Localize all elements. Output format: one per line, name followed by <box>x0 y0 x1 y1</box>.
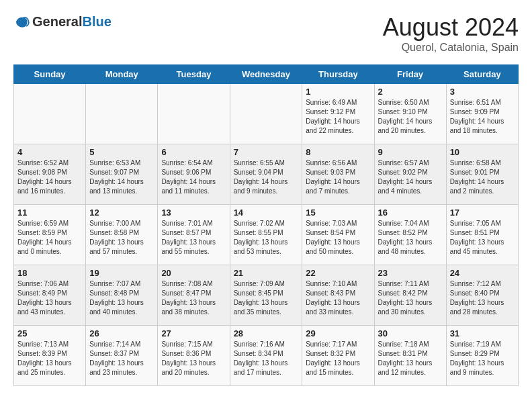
day-number: 21 <box>234 268 299 278</box>
calendar-cell: 20Sunrise: 7:08 AM Sunset: 8:47 PM Dayli… <box>158 265 230 326</box>
page-title: August 2024 <box>383 13 519 42</box>
weekday-header-tuesday: Tuesday <box>158 65 230 84</box>
day-number: 31 <box>450 328 515 338</box>
calendar-cell: 30Sunrise: 7:18 AM Sunset: 8:31 PM Dayli… <box>374 326 446 386</box>
calendar-cell: 15Sunrise: 7:03 AM Sunset: 8:54 PM Dayli… <box>302 205 374 265</box>
day-info: Sunrise: 7:07 AM Sunset: 8:48 PM Dayligh… <box>89 279 154 317</box>
weekday-header-thursday: Thursday <box>302 65 374 84</box>
day-info: Sunrise: 6:51 AM Sunset: 9:09 PM Dayligh… <box>450 98 515 136</box>
day-number: 14 <box>234 208 299 218</box>
day-number: 17 <box>450 208 515 218</box>
day-number: 5 <box>89 147 154 157</box>
day-number: 20 <box>161 268 226 278</box>
calendar-week-4: 18Sunrise: 7:06 AM Sunset: 8:49 PM Dayli… <box>14 265 519 326</box>
day-number: 23 <box>378 268 443 278</box>
calendar-week-5: 25Sunrise: 7:13 AM Sunset: 8:39 PM Dayli… <box>14 326 519 386</box>
day-number: 25 <box>17 328 82 338</box>
day-number: 13 <box>161 208 226 218</box>
day-info: Sunrise: 7:16 AM Sunset: 8:34 PM Dayligh… <box>234 340 299 377</box>
day-number: 8 <box>306 147 370 157</box>
day-info: Sunrise: 6:52 AM Sunset: 9:08 PM Dayligh… <box>17 158 82 196</box>
day-info: Sunrise: 7:13 AM Sunset: 8:39 PM Dayligh… <box>17 340 82 377</box>
calendar-cell <box>14 84 86 144</box>
day-info: Sunrise: 7:05 AM Sunset: 8:51 PM Dayligh… <box>450 219 515 257</box>
logo-text-blue: Blue <box>82 14 111 29</box>
calendar-cell: 1Sunrise: 6:49 AM Sunset: 9:12 PM Daylig… <box>302 84 374 144</box>
day-number: 29 <box>306 328 370 338</box>
day-number: 9 <box>378 147 443 157</box>
calendar-week-1: 1Sunrise: 6:49 AM Sunset: 9:12 PM Daylig… <box>14 84 519 144</box>
calendar-cell: 25Sunrise: 7:13 AM Sunset: 8:39 PM Dayli… <box>14 326 86 386</box>
logo: GeneralBlue <box>13 13 112 30</box>
day-number: 30 <box>378 328 443 338</box>
day-info: Sunrise: 6:55 AM Sunset: 9:04 PM Dayligh… <box>234 158 299 196</box>
day-number: 18 <box>17 268 82 278</box>
calendar-cell: 28Sunrise: 7:16 AM Sunset: 8:34 PM Dayli… <box>230 326 302 386</box>
day-number: 24 <box>450 268 515 278</box>
day-info: Sunrise: 6:56 AM Sunset: 9:03 PM Dayligh… <box>306 158 370 196</box>
calendar-cell: 9Sunrise: 6:57 AM Sunset: 9:02 PM Daylig… <box>374 144 446 205</box>
calendar-cell: 27Sunrise: 7:15 AM Sunset: 8:36 PM Dayli… <box>158 326 230 386</box>
day-number: 10 <box>450 147 515 157</box>
calendar-week-2: 4Sunrise: 6:52 AM Sunset: 9:08 PM Daylig… <box>14 144 519 205</box>
calendar-table: SundayMondayTuesdayWednesdayThursdayFrid… <box>13 64 519 386</box>
calendar-cell <box>230 84 302 144</box>
calendar-cell: 4Sunrise: 6:52 AM Sunset: 9:08 PM Daylig… <box>14 144 86 205</box>
day-info: Sunrise: 7:10 AM Sunset: 8:43 PM Dayligh… <box>306 279 370 317</box>
day-info: Sunrise: 6:53 AM Sunset: 9:07 PM Dayligh… <box>89 158 154 196</box>
calendar-cell: 11Sunrise: 6:59 AM Sunset: 8:59 PM Dayli… <box>14 205 86 265</box>
calendar-cell: 2Sunrise: 6:50 AM Sunset: 9:10 PM Daylig… <box>374 84 446 144</box>
day-info: Sunrise: 7:12 AM Sunset: 8:40 PM Dayligh… <box>450 279 515 317</box>
day-info: Sunrise: 7:11 AM Sunset: 8:42 PM Dayligh… <box>378 279 443 317</box>
day-info: Sunrise: 7:09 AM Sunset: 8:45 PM Dayligh… <box>234 279 299 317</box>
day-number: 16 <box>378 208 443 218</box>
day-number: 27 <box>161 328 226 338</box>
calendar-cell: 8Sunrise: 6:56 AM Sunset: 9:03 PM Daylig… <box>302 144 374 205</box>
day-info: Sunrise: 6:57 AM Sunset: 9:02 PM Dayligh… <box>378 158 443 196</box>
calendar-cell: 16Sunrise: 7:04 AM Sunset: 8:52 PM Dayli… <box>374 205 446 265</box>
day-info: Sunrise: 6:58 AM Sunset: 9:01 PM Dayligh… <box>450 158 515 196</box>
calendar-week-3: 11Sunrise: 6:59 AM Sunset: 8:59 PM Dayli… <box>14 205 519 265</box>
day-info: Sunrise: 6:54 AM Sunset: 9:06 PM Dayligh… <box>161 158 226 196</box>
day-number: 19 <box>89 268 154 278</box>
day-number: 3 <box>450 87 515 97</box>
calendar-cell: 17Sunrise: 7:05 AM Sunset: 8:51 PM Dayli… <box>446 205 518 265</box>
day-info: Sunrise: 7:14 AM Sunset: 8:37 PM Dayligh… <box>89 340 154 377</box>
logo-text-general: General <box>32 14 82 29</box>
day-info: Sunrise: 7:04 AM Sunset: 8:52 PM Dayligh… <box>378 219 443 257</box>
day-number: 2 <box>378 87 443 97</box>
calendar-cell <box>158 84 230 144</box>
calendar-cell <box>86 84 158 144</box>
calendar-cell: 21Sunrise: 7:09 AM Sunset: 8:45 PM Dayli… <box>230 265 302 326</box>
calendar-cell: 19Sunrise: 7:07 AM Sunset: 8:48 PM Dayli… <box>86 265 158 326</box>
day-number: 6 <box>161 147 226 157</box>
day-info: Sunrise: 7:08 AM Sunset: 8:47 PM Dayligh… <box>161 279 226 317</box>
title-area: August 2024 Querol, Catalonia, Spain <box>383 13 519 54</box>
calendar-cell: 23Sunrise: 7:11 AM Sunset: 8:42 PM Dayli… <box>374 265 446 326</box>
day-info: Sunrise: 6:59 AM Sunset: 8:59 PM Dayligh… <box>17 219 82 257</box>
calendar-cell: 31Sunrise: 7:19 AM Sunset: 8:29 PM Dayli… <box>446 326 518 386</box>
weekday-header-monday: Monday <box>86 65 158 84</box>
calendar-cell: 29Sunrise: 7:17 AM Sunset: 8:32 PM Dayli… <box>302 326 374 386</box>
day-info: Sunrise: 7:15 AM Sunset: 8:36 PM Dayligh… <box>161 340 226 377</box>
day-info: Sunrise: 7:19 AM Sunset: 8:29 PM Dayligh… <box>450 340 515 377</box>
calendar-cell: 5Sunrise: 6:53 AM Sunset: 9:07 PM Daylig… <box>86 144 158 205</box>
weekday-header-saturday: Saturday <box>446 65 518 84</box>
day-number: 26 <box>89 328 154 338</box>
calendar-cell: 14Sunrise: 7:02 AM Sunset: 8:55 PM Dayli… <box>230 205 302 265</box>
calendar-cell: 24Sunrise: 7:12 AM Sunset: 8:40 PM Dayli… <box>446 265 518 326</box>
weekday-header-wednesday: Wednesday <box>230 65 302 84</box>
day-number: 15 <box>306 208 370 218</box>
day-info: Sunrise: 7:01 AM Sunset: 8:57 PM Dayligh… <box>161 219 226 257</box>
day-number: 12 <box>89 208 154 218</box>
day-number: 4 <box>17 147 82 157</box>
calendar-cell: 13Sunrise: 7:01 AM Sunset: 8:57 PM Dayli… <box>158 205 230 265</box>
day-info: Sunrise: 7:02 AM Sunset: 8:55 PM Dayligh… <box>234 219 299 257</box>
calendar-cell: 18Sunrise: 7:06 AM Sunset: 8:49 PM Dayli… <box>14 265 86 326</box>
day-info: Sunrise: 6:50 AM Sunset: 9:10 PM Dayligh… <box>378 98 443 136</box>
weekday-header-sunday: Sunday <box>14 65 86 84</box>
day-info: Sunrise: 7:03 AM Sunset: 8:54 PM Dayligh… <box>306 219 370 257</box>
day-number: 1 <box>306 87 370 97</box>
day-info: Sunrise: 7:18 AM Sunset: 8:31 PM Dayligh… <box>378 340 443 377</box>
day-info: Sunrise: 6:49 AM Sunset: 9:12 PM Dayligh… <box>306 98 370 136</box>
